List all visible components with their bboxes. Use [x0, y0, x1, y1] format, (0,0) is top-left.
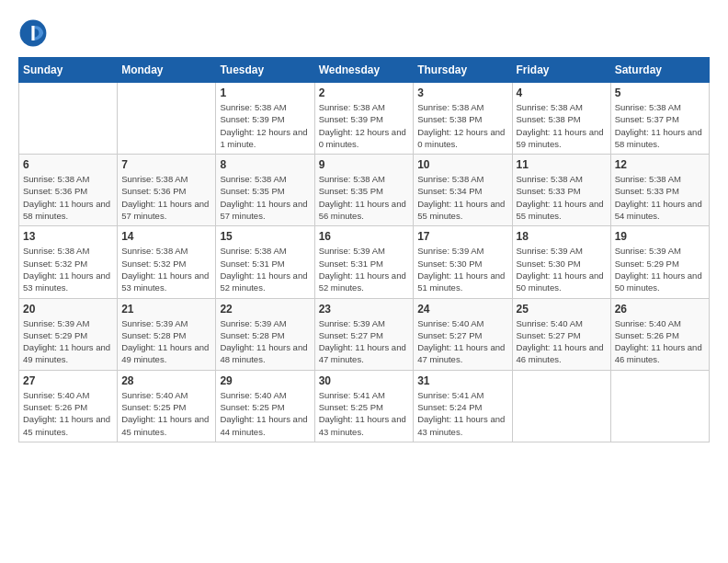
calendar-cell: 29Sunrise: 5:40 AMSunset: 5:25 PMDayligh…	[216, 370, 314, 442]
day-number: 25	[517, 303, 607, 316]
day-number: 29	[220, 374, 310, 387]
calendar-cell: 26Sunrise: 5:40 AMSunset: 5:26 PMDayligh…	[610, 298, 709, 370]
day-info: Sunrise: 5:38 AMSunset: 5:35 PMDaylight:…	[319, 173, 410, 222]
day-info: Sunrise: 5:41 AMSunset: 5:25 PMDaylight:…	[319, 389, 410, 438]
day-info: Sunrise: 5:40 AMSunset: 5:26 PMDaylight:…	[23, 389, 113, 438]
day-info: Sunrise: 5:40 AMSunset: 5:26 PMDaylight:…	[615, 317, 705, 366]
day-info: Sunrise: 5:41 AMSunset: 5:24 PMDaylight:…	[417, 389, 507, 438]
day-info: Sunrise: 5:38 AMSunset: 5:36 PMDaylight:…	[121, 173, 211, 222]
day-number: 24	[417, 303, 507, 316]
day-number: 1	[220, 86, 310, 99]
day-info: Sunrise: 5:40 AMSunset: 5:27 PMDaylight:…	[417, 317, 507, 366]
day-number: 30	[319, 374, 410, 387]
day-number: 18	[517, 230, 607, 243]
day-info: Sunrise: 5:39 AMSunset: 5:30 PMDaylight:…	[417, 245, 507, 293]
day-number: 26	[615, 303, 705, 316]
day-info: Sunrise: 5:38 AMSunset: 5:39 PMDaylight:…	[220, 101, 310, 150]
day-number: 14	[121, 230, 211, 243]
calendar-cell: 19Sunrise: 5:39 AMSunset: 5:29 PMDayligh…	[610, 226, 709, 298]
day-info: Sunrise: 5:39 AMSunset: 5:29 PMDaylight:…	[615, 245, 705, 293]
calendar-cell: 14Sunrise: 5:38 AMSunset: 5:32 PMDayligh…	[118, 226, 216, 298]
calendar-cell: 3Sunrise: 5:38 AMSunset: 5:38 PMDaylight…	[414, 83, 512, 155]
calendar-cell	[610, 370, 709, 442]
day-info: Sunrise: 5:38 AMSunset: 5:39 PMDaylight:…	[319, 101, 410, 150]
day-info: Sunrise: 5:40 AMSunset: 5:27 PMDaylight:…	[517, 317, 607, 366]
day-info: Sunrise: 5:38 AMSunset: 5:36 PMDaylight:…	[23, 173, 113, 222]
day-number: 2	[319, 86, 410, 99]
calendar-cell: 18Sunrise: 5:39 AMSunset: 5:30 PMDayligh…	[512, 226, 610, 298]
weekday-header-monday: Monday	[118, 58, 216, 83]
weekday-header-thursday: Thursday	[414, 58, 512, 83]
day-number: 17	[417, 230, 507, 243]
calendar-week-4: 20Sunrise: 5:39 AMSunset: 5:29 PMDayligh…	[19, 298, 710, 370]
calendar-cell: 1Sunrise: 5:38 AMSunset: 5:39 PMDaylight…	[216, 83, 314, 155]
calendar-week-1: 1Sunrise: 5:38 AMSunset: 5:39 PMDaylight…	[19, 83, 710, 155]
calendar-cell: 9Sunrise: 5:38 AMSunset: 5:35 PMDaylight…	[314, 155, 414, 226]
calendar-week-5: 27Sunrise: 5:40 AMSunset: 5:26 PMDayligh…	[19, 370, 710, 442]
calendar-cell: 31Sunrise: 5:41 AMSunset: 5:24 PMDayligh…	[414, 370, 512, 442]
calendar-cell: 8Sunrise: 5:38 AMSunset: 5:35 PMDaylight…	[216, 155, 314, 226]
day-number: 27	[23, 374, 113, 387]
day-number: 19	[615, 230, 705, 243]
calendar-cell: 4Sunrise: 5:38 AMSunset: 5:38 PMDaylight…	[512, 83, 610, 155]
day-info: Sunrise: 5:38 AMSunset: 5:35 PMDaylight:…	[220, 173, 310, 222]
day-info: Sunrise: 5:38 AMSunset: 5:33 PMDaylight:…	[615, 173, 705, 222]
calendar-cell	[19, 83, 118, 155]
calendar-cell: 11Sunrise: 5:38 AMSunset: 5:33 PMDayligh…	[512, 155, 610, 226]
day-info: Sunrise: 5:38 AMSunset: 5:32 PMDaylight:…	[23, 245, 113, 293]
day-number: 10	[417, 158, 507, 171]
weekday-header-tuesday: Tuesday	[216, 58, 314, 83]
calendar-cell: 24Sunrise: 5:40 AMSunset: 5:27 PMDayligh…	[414, 298, 512, 370]
day-number: 6	[23, 158, 113, 171]
calendar-cell: 28Sunrise: 5:40 AMSunset: 5:25 PMDayligh…	[118, 370, 216, 442]
day-number: 13	[23, 230, 113, 243]
day-info: Sunrise: 5:39 AMSunset: 5:28 PMDaylight:…	[220, 317, 310, 366]
day-info: Sunrise: 5:38 AMSunset: 5:37 PMDaylight:…	[615, 101, 705, 150]
weekday-header-saturday: Saturday	[610, 58, 709, 83]
day-number: 21	[121, 303, 211, 316]
calendar-week-2: 6Sunrise: 5:38 AMSunset: 5:36 PMDaylight…	[19, 155, 710, 226]
day-info: Sunrise: 5:38 AMSunset: 5:38 PMDaylight:…	[417, 101, 507, 150]
calendar-cell: 13Sunrise: 5:38 AMSunset: 5:32 PMDayligh…	[19, 226, 118, 298]
day-info: Sunrise: 5:40 AMSunset: 5:25 PMDaylight:…	[220, 389, 310, 438]
calendar-cell: 25Sunrise: 5:40 AMSunset: 5:27 PMDayligh…	[512, 298, 610, 370]
day-info: Sunrise: 5:40 AMSunset: 5:25 PMDaylight:…	[121, 389, 211, 438]
weekday-header-wednesday: Wednesday	[314, 58, 414, 83]
day-number: 5	[615, 86, 705, 99]
calendar-cell: 21Sunrise: 5:39 AMSunset: 5:28 PMDayligh…	[118, 298, 216, 370]
day-info: Sunrise: 5:39 AMSunset: 5:27 PMDaylight:…	[319, 317, 410, 366]
day-number: 9	[319, 158, 410, 171]
weekday-header-friday: Friday	[512, 58, 610, 83]
weekday-header-row: SundayMondayTuesdayWednesdayThursdayFrid…	[19, 58, 710, 83]
calendar-cell: 6Sunrise: 5:38 AMSunset: 5:36 PMDaylight…	[19, 155, 118, 226]
calendar-cell: 16Sunrise: 5:39 AMSunset: 5:31 PMDayligh…	[314, 226, 414, 298]
day-number: 12	[615, 158, 705, 171]
calendar-cell: 12Sunrise: 5:38 AMSunset: 5:33 PMDayligh…	[610, 155, 709, 226]
day-info: Sunrise: 5:38 AMSunset: 5:31 PMDaylight:…	[220, 245, 310, 293]
day-number: 15	[220, 230, 310, 243]
day-number: 23	[319, 303, 410, 316]
calendar-cell: 2Sunrise: 5:38 AMSunset: 5:39 PMDaylight…	[314, 83, 414, 155]
calendar-cell	[118, 83, 216, 155]
calendar-cell	[512, 370, 610, 442]
calendar-cell: 7Sunrise: 5:38 AMSunset: 5:36 PMDaylight…	[118, 155, 216, 226]
day-info: Sunrise: 5:38 AMSunset: 5:38 PMDaylight:…	[517, 101, 607, 150]
page-header	[18, 18, 710, 48]
weekday-header-sunday: Sunday	[19, 58, 118, 83]
day-info: Sunrise: 5:39 AMSunset: 5:29 PMDaylight:…	[23, 317, 113, 366]
calendar-table: SundayMondayTuesdayWednesdayThursdayFrid…	[18, 57, 710, 442]
calendar-cell: 27Sunrise: 5:40 AMSunset: 5:26 PMDayligh…	[19, 370, 118, 442]
calendar-cell: 10Sunrise: 5:38 AMSunset: 5:34 PMDayligh…	[414, 155, 512, 226]
calendar-week-3: 13Sunrise: 5:38 AMSunset: 5:32 PMDayligh…	[19, 226, 710, 298]
day-number: 28	[121, 374, 211, 387]
day-number: 22	[220, 303, 310, 316]
calendar-cell: 20Sunrise: 5:39 AMSunset: 5:29 PMDayligh…	[19, 298, 118, 370]
logo-icon	[18, 18, 48, 48]
day-number: 3	[417, 86, 507, 99]
calendar-cell: 22Sunrise: 5:39 AMSunset: 5:28 PMDayligh…	[216, 298, 314, 370]
calendar-body: 1Sunrise: 5:38 AMSunset: 5:39 PMDaylight…	[19, 83, 710, 442]
calendar-header: SundayMondayTuesdayWednesdayThursdayFrid…	[19, 58, 710, 83]
day-info: Sunrise: 5:39 AMSunset: 5:28 PMDaylight:…	[121, 317, 211, 366]
day-number: 8	[220, 158, 310, 171]
day-number: 31	[417, 374, 507, 387]
